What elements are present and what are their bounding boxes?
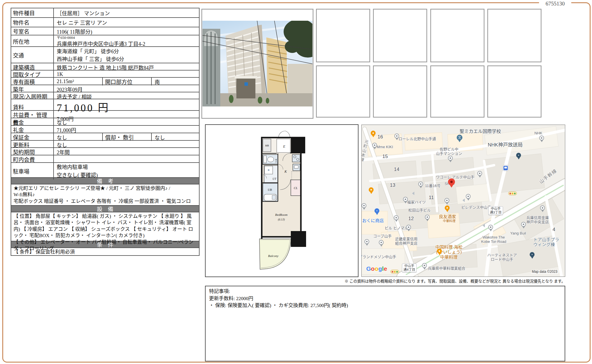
google-logo: Google: [366, 265, 387, 272]
table-row-fees: 共益費・ 管理費 7,000円: [11, 111, 199, 118]
equipment-header: 設 備: [11, 206, 199, 212]
map-pin-gray: [365, 239, 369, 247]
parking-line1: 敷地内駐車場: [57, 163, 196, 171]
map-pin-store: [530, 252, 535, 260]
row-value: セレ ニテ 三宮リ アン: [54, 18, 199, 27]
row-label: 間取タイプ: [11, 70, 54, 78]
map-label: Wakohre The Kobe Tor-Road: [481, 235, 506, 244]
row-label: 号室名: [11, 27, 54, 35]
table-row-renewal: 更新料 なし: [11, 141, 199, 148]
map-label: Yang Buil: [510, 231, 526, 236]
table-row-access: 交通 東海道線「 元町」 徒歩6分 西神山手線「 三宮」 徒歩6分: [11, 47, 199, 63]
row-label: 専有面積: [11, 78, 54, 85]
map-label: 4: [553, 227, 555, 232]
row-label: 築年: [11, 85, 54, 93]
map-pin-gray: [394, 134, 399, 142]
floorplan-label-wc: W C: [275, 159, 277, 163]
special-notes-box: 特記事項: 更新手数料: 22000円 ・ 保険: 保険要加入( 要確認) ・ …: [205, 286, 565, 361]
table-row-guarantee: 保証金 なし 償却・ 敷引 なし: [11, 133, 199, 141]
bus-station-icon: [503, 165, 508, 171]
map-label: 福家ハイツ: [407, 200, 426, 205]
floorplan-label-bedroom: BedRoom: [275, 213, 288, 216]
table-row-deposit: 敷金 なし: [11, 118, 199, 126]
row-value: 敷地内駐車場 空きなし( 要確認): [54, 163, 199, 180]
floorplan-label-entrance: E: [283, 144, 285, 148]
postal-code: 〒650-0004: [57, 36, 196, 40]
map-label: トア山手プラ ウィング棟: [533, 237, 559, 247]
row-label: 保証金: [11, 133, 54, 141]
map-label: 兵庫県中華料理業組合: [428, 266, 465, 271]
map-pin-gray: [379, 240, 384, 248]
row-label: 建築構造: [11, 63, 54, 71]
floorplan-label-balcony: Balcony: [268, 254, 278, 258]
table-row-term: 契約期間 2年間: [11, 148, 199, 155]
map-pin-gray: [394, 215, 399, 223]
map-pin-gray: [448, 156, 453, 164]
map-pin-gray: [540, 205, 545, 214]
map-pin-cafe-icon: [369, 187, 374, 195]
map-pin-broadcast-station: [516, 153, 521, 161]
address-text: 兵庫県神戸市中央区中山手通3 丁目4-2: [57, 41, 145, 47]
row-value: なし: [54, 118, 199, 126]
row-value: [54, 155, 199, 163]
map-pin-gray: [539, 136, 544, 144]
map-pin-gray: [406, 225, 411, 233]
map-label: グランドメゾン中山手: [361, 255, 396, 259]
property-location-pin: [448, 178, 455, 190]
map-label: おくに商店: [362, 218, 384, 223]
row-value: 〒650-0004 兵庫県神戸市中央区中山手通3 丁目4-2: [54, 35, 199, 47]
map-label: Mme KIKI: [377, 145, 393, 149]
map-pin-gray: [418, 182, 423, 190]
floorplan-label-closet: CL: [294, 186, 297, 190]
access-line2: 西神山手線「 三宮」 徒歩6分: [57, 56, 196, 63]
photo-placeholder-1: [316, 9, 370, 62]
map-label: 近畿産業信用 組合神戸支店: [395, 237, 418, 246]
row-label2: 開口部方位: [103, 78, 152, 85]
floorplan-label-ut: UT: [273, 177, 277, 180]
map-label: コープ山手: [373, 234, 392, 239]
map-pin-gray: [362, 203, 367, 211]
map-pin-gray: [403, 197, 408, 205]
table-row-name: 物件名 セレ ニテ 三宮リ アン: [11, 18, 199, 27]
row-value: 1106( 11階部分): [54, 27, 199, 35]
map-pin-school-icon: 文: [457, 135, 462, 144]
row-value2: 南: [152, 78, 199, 85]
map-label: ローレル北野中山手通: [399, 137, 436, 141]
map-pin-gray: [466, 194, 471, 202]
row-value: 2023年09月: [54, 85, 199, 93]
row-value: 鉄筋コンクリート 造 地上15階 総戸数84戸: [54, 63, 199, 71]
floorplan-label-kitchen: K: [284, 169, 287, 174]
row-label: 駐車場: [11, 163, 54, 180]
map-label-district-4: 中山手 通4丁目: [402, 264, 417, 272]
photo-placeholder-8: [487, 66, 541, 117]
map-label: 15: [382, 154, 388, 159]
row-value2: なし: [152, 133, 199, 141]
map-label: NHK: [534, 131, 542, 136]
row-value: 退去予定 / 相談: [54, 92, 199, 100]
table-row-rent: 賃料 71,000 円: [11, 99, 199, 111]
traffic-light-icon: [508, 192, 517, 195]
parking-line2: 空きなし( 要確認): [57, 171, 196, 180]
map-label: ビル ヒノマル: [385, 226, 408, 230]
map-pin-gray: [477, 171, 482, 179]
equipment-text: 【 位置】 角部屋【 キッチン】 給湯器( ガス) ・ システムキッチン 【 水…: [11, 212, 199, 241]
map-label: 12: [408, 216, 414, 222]
map-label: 中華料理: [443, 219, 456, 223]
conditions-text: 【 条件】 保証会社利用必須: [11, 248, 199, 255]
floorplan-label-bedroom-size: (6.1J): [278, 218, 285, 221]
row-value: 2年間: [54, 148, 199, 156]
table-row-address: 所在地 〒650-0004 兵庫県神戸市中央区中山手通3 丁目4-2: [11, 35, 199, 47]
floorplan-drawing: MB E W C K UT UB CL BedRoom (6.1J) Balco…: [258, 129, 307, 275]
document-id: 6755130: [539, 0, 571, 7]
row-label: 更新料: [11, 141, 54, 148]
map-pin-restaurant-icon: [437, 249, 442, 257]
row-label: 交通: [11, 47, 54, 63]
map-label: 16: [377, 134, 383, 140]
table-row-area: 専有面積 21.15m² 開口部方位 南: [11, 78, 199, 85]
building-photo-frame: [202, 9, 313, 119]
table-row-room: 号室名 1106( 11階部分): [11, 27, 199, 35]
table-row-parking: 駐車場 敷地内駐車場 空きなし( 要確認): [11, 163, 199, 178]
row-value: 21.15m²: [54, 78, 103, 85]
map-label: 11: [429, 195, 434, 201]
map-disclaimer-note: ※ この資料は物件の概略紹介資料になり ます。写真、間取図面、設備、概要などが現…: [205, 278, 565, 284]
